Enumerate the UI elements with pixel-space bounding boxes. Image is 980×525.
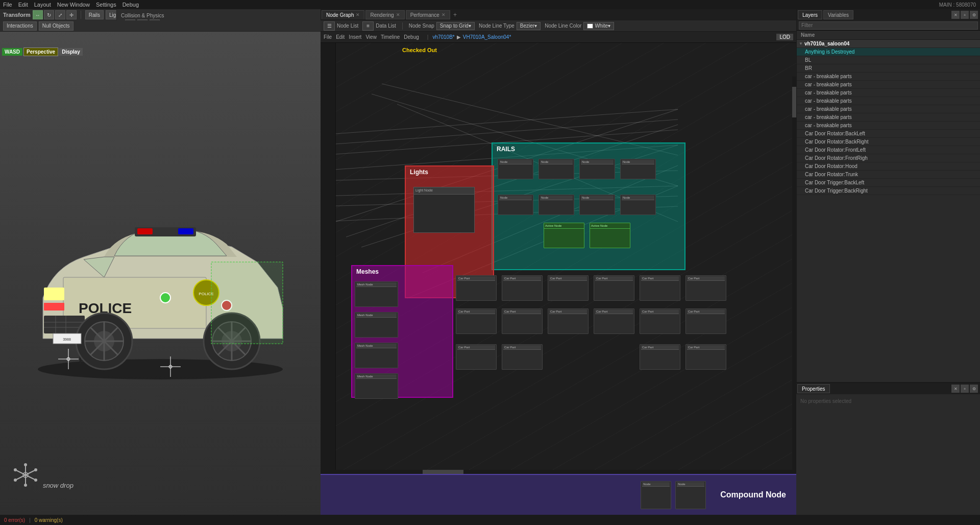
tab-performance[interactable]: Performance ✕ [406, 10, 450, 19]
layers-item-root[interactable]: ▼ vh7010a_saloon04 [797, 40, 980, 48]
layers-item-0[interactable]: Anything is Destroyed [797, 48, 980, 56]
tab-variables[interactable]: Variables [823, 10, 853, 19]
tab-node-graph[interactable]: Node Graph ✕ [322, 10, 364, 19]
scattered-node-15[interactable]: Car Part [640, 344, 680, 370]
layers-item-1[interactable]: BL [797, 56, 980, 64]
properties-settings-icon[interactable]: ⚙ [970, 385, 978, 393]
layers-item-13[interactable]: Car Door Rotator:FrontRigh [797, 154, 980, 162]
rails-node-4[interactable]: Node [620, 159, 656, 179]
tab-rendering[interactable]: Rendering ✕ [365, 10, 404, 19]
mesh-node-2[interactable]: Mesh Node [355, 312, 398, 338]
layers-item-9[interactable]: car - breakable parts [797, 122, 980, 130]
layers-item-17[interactable]: Car Door Trigger:BackRight [797, 187, 980, 195]
lights-inner-node[interactable]: Light Node [413, 187, 475, 233]
layers-item-16[interactable]: Car Door Trigger:BackLeft [797, 179, 980, 187]
scattered-node-13[interactable]: Car Part [456, 344, 497, 370]
tab-close-performance[interactable]: ✕ [442, 12, 446, 17]
scattered-node-2[interactable]: Car Part [502, 275, 543, 301]
ne-menu-insert[interactable]: Insert [349, 34, 361, 40]
ne-menu-timeline[interactable]: Timeline [381, 34, 400, 40]
horizontal-scrollbar[interactable] [321, 470, 792, 474]
ne-menu-view[interactable]: View [365, 34, 377, 40]
scattered-node-8[interactable]: Car Part [502, 308, 543, 334]
scattered-node-4[interactable]: Car Part [594, 275, 634, 301]
properties-close-icon[interactable]: ✕ [951, 385, 960, 393]
layers-item-6[interactable]: car - breakable parts [797, 97, 980, 105]
layers-item-11[interactable]: Car Door Rotator:BackRight [797, 138, 980, 146]
layers-item-14[interactable]: Car Door Rotator:Hood [797, 162, 980, 171]
tab-close-node-graph[interactable]: ✕ [356, 12, 360, 17]
rails-button[interactable]: Rails [85, 10, 104, 19]
scattered-node-6[interactable]: Car Part [685, 275, 726, 301]
scattered-node-16[interactable]: Car Part [685, 344, 726, 370]
ne-menu-file[interactable]: File [324, 34, 332, 40]
node-line-type-dropdown[interactable]: Bezier ▾ [517, 22, 541, 30]
tab-close-rendering[interactable]: ✕ [396, 12, 400, 17]
interactions-button[interactable]: Interactions [3, 21, 37, 31]
rails-node-5[interactable]: Node [498, 195, 533, 215]
layers-item-15[interactable]: Car Door Rotator:Trunk [797, 171, 980, 179]
menu-layout[interactable]: Layout [34, 2, 51, 8]
mesh-node-1[interactable]: Mesh Node [355, 281, 398, 307]
move-icon[interactable]: ↔ [33, 10, 43, 19]
universal-icon[interactable]: ✛ [66, 10, 77, 19]
rails-node-3[interactable]: Node [579, 159, 615, 179]
menu-edit[interactable]: Edit [18, 2, 28, 8]
node-group-rails[interactable]: RAILS Node Node Node Node Node Node Node [492, 142, 685, 270]
ne-menu-edit[interactable]: Edit [336, 34, 345, 40]
scale-icon[interactable]: ⤢ [55, 10, 65, 19]
node-group-meshes[interactable]: Meshes Mesh Node Mesh Node Mesh Node Mes… [351, 265, 453, 398]
rails-node-6[interactable]: Node [538, 195, 574, 215]
layers-filter-input[interactable] [799, 21, 978, 30]
rails-node-1[interactable]: Node [498, 159, 533, 179]
scattered-node-7[interactable]: Car Part [456, 308, 497, 334]
rails-node-2[interactable]: Node [538, 159, 574, 179]
layers-item-7[interactable]: car - breakable parts [797, 105, 980, 113]
scattered-node-9[interactable]: Car Part [548, 308, 589, 334]
layers-close-icon[interactable]: ✕ [951, 11, 960, 19]
display-tag[interactable]: Display [59, 48, 83, 56]
rails-node-7[interactable]: Node [579, 195, 615, 215]
scattered-node-5[interactable]: Car Part [640, 275, 680, 301]
scattered-node-10[interactable]: Car Part [594, 308, 634, 334]
scattered-node-14[interactable]: Car Part [502, 344, 543, 370]
layers-item-12[interactable]: Car Door Rotator:FrontLeft [797, 146, 980, 154]
layers-settings-icon[interactable]: ⚙ [970, 11, 978, 19]
menu-new-window[interactable]: New Window [57, 2, 90, 8]
node-line-color-dropdown[interactable]: White ▾ [583, 22, 614, 30]
node-list-icon[interactable]: ☰ [324, 21, 335, 31]
node-snap-dropdown[interactable]: Snap to Grid ▾ [436, 22, 475, 30]
properties-add-icon[interactable]: + [961, 385, 969, 393]
layers-item-5[interactable]: car - breakable parts [797, 89, 980, 97]
3d-viewport[interactable]: POLICE POLICE [0, 32, 321, 515]
vertical-scrollbar[interactable] [792, 77, 796, 474]
tab-properties[interactable]: Properties [797, 384, 830, 393]
mesh-node-4[interactable]: Mesh Node [355, 373, 398, 399]
layers-item-8[interactable]: car - breakable parts [797, 113, 980, 122]
menu-debug[interactable]: Debug [122, 2, 139, 8]
rotate-icon[interactable]: ↻ [44, 10, 54, 19]
layers-add-icon[interactable]: + [961, 11, 969, 19]
rails-green-node[interactable]: Active Node [544, 223, 584, 248]
scattered-node-11[interactable]: Car Part [640, 308, 680, 334]
breadcrumb-part1[interactable]: vh7010B* [432, 34, 454, 40]
menu-settings[interactable]: Settings [96, 2, 116, 8]
perspective-tag[interactable]: Perspective [23, 47, 58, 56]
data-list-icon[interactable]: ≡ [362, 21, 374, 31]
ng-canvas[interactable]: Checked Out [321, 43, 796, 515]
rails-green-node-2[interactable]: Active Node [590, 223, 630, 248]
tab-layers[interactable]: Layers [798, 10, 822, 19]
layers-item-4[interactable]: car - breakable parts [797, 81, 980, 89]
scattered-node-3[interactable]: Car Part [548, 275, 589, 301]
rails-node-8[interactable]: Node [620, 195, 656, 215]
tab-add-button[interactable]: + [451, 11, 459, 18]
scattered-node-12[interactable]: Car Part [685, 308, 726, 334]
ne-menu-debug[interactable]: Debug [404, 34, 419, 40]
menu-file[interactable]: File [3, 2, 12, 8]
breadcrumb-part2[interactable]: VH7010A_Saloon04* [463, 34, 511, 40]
layers-item-10[interactable]: Car Door Rotator:BackLeft [797, 130, 980, 138]
lod-button[interactable]: LOD [776, 34, 793, 40]
mesh-node-3[interactable]: Mesh Node [355, 343, 398, 368]
compound-mini-2[interactable]: Node [675, 481, 706, 509]
wasd-tag[interactable]: WASD [2, 48, 22, 56]
